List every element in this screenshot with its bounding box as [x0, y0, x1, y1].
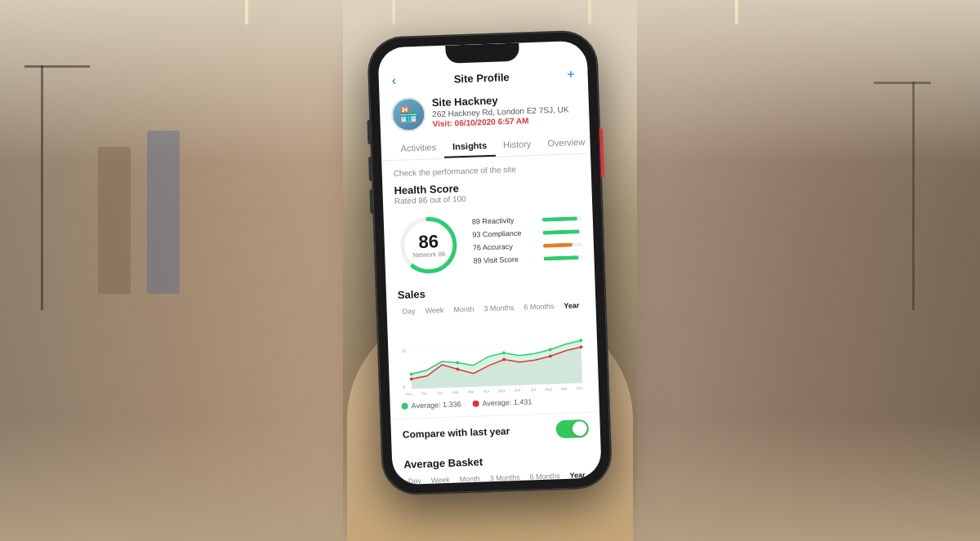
tab-overview[interactable]: Overview: [539, 131, 594, 154]
sales-chart: 1k 0: [399, 317, 587, 397]
add-button[interactable]: +: [567, 67, 575, 82]
time-tab-day[interactable]: Day: [398, 305, 419, 317]
svg-text:Sep: Sep: [560, 386, 568, 390]
svg-text:Aug: Aug: [545, 387, 552, 391]
site-details: Site Hackney 262 Hackney Rd, London E2 7…: [432, 91, 578, 128]
health-score-content: 86 Network 86 89 Reactivity: [394, 207, 583, 279]
time-tab-6months[interactable]: 6 Months: [519, 300, 558, 313]
legend-current-year: Average: 1.431: [472, 397, 532, 408]
avg-basket-tab-day[interactable]: Day: [404, 474, 425, 484]
legend-last-year: Average: 1.336: [402, 400, 461, 410]
tab-history[interactable]: History: [495, 133, 540, 156]
phone-screen: ‹ Site Profile + Site Hackney 262 Hackne…: [377, 40, 602, 485]
time-tab-year[interactable]: Year: [559, 299, 584, 312]
metric-compliance: 93 Compliance: [472, 227, 581, 239]
avg-basket-time-tabs: Day Week Month 3 Months 6 Months Year: [404, 468, 590, 484]
chart-legend: Average: 1.336 Average: 1.431: [402, 395, 588, 410]
tab-insights[interactable]: Insights: [444, 135, 496, 157]
phone-frame: ‹ Site Profile + Site Hackney 262 Hackne…: [368, 30, 612, 494]
metric-accuracy-label: 76 Accuracy: [473, 241, 538, 251]
svg-text:Jul: Jul: [531, 388, 536, 392]
chart-dot-ly-7: [502, 351, 506, 354]
metric-visit-score: 89 Visit Score: [473, 253, 582, 265]
phone-notch: [445, 42, 519, 63]
svg-text:Feb: Feb: [452, 390, 460, 394]
avg-basket-tab-6months[interactable]: 6 Months: [526, 469, 564, 482]
compare-toggle[interactable]: [555, 419, 589, 437]
metrics-list: 89 Reactivity 93 Compliance: [472, 214, 583, 270]
time-tab-week[interactable]: Week: [421, 304, 448, 316]
legend-current-year-label: Average: 1.431: [482, 397, 532, 407]
legend-last-year-label: Average: 1.336: [412, 400, 461, 410]
svg-text:Nov: Nov: [405, 392, 412, 396]
metric-visit-score-track: [543, 255, 582, 260]
gauge-text: 86 Network 86: [394, 211, 462, 279]
site-avatar: [391, 96, 426, 131]
sales-chart-svg: 1k 0: [399, 317, 587, 397]
compare-label: Compare with last year: [403, 425, 510, 441]
tab-activities[interactable]: Activities: [392, 136, 444, 159]
metric-reactivity-track: [542, 215, 581, 221]
avg-basket-tab-year[interactable]: Year: [566, 468, 590, 481]
avg-basket-tab-3months[interactable]: 3 Months: [486, 471, 524, 484]
svg-text:May: May: [498, 388, 506, 392]
visit-label: Visit:: [432, 118, 452, 128]
metric-reactivity-label: 89 Reactivity: [472, 215, 537, 225]
metric-reactivity-fill: [542, 215, 577, 220]
metric-compliance-fill: [542, 228, 579, 234]
metric-accuracy-track: [543, 242, 582, 247]
average-basket-section: Average Basket Day Week Month 3 Months 6…: [392, 443, 602, 485]
screen-content[interactable]: ‹ Site Profile + Site Hackney 262 Hackne…: [377, 40, 602, 485]
metric-compliance-label: 93 Compliance: [472, 228, 537, 238]
svg-text:1k: 1k: [401, 348, 406, 353]
legend-dot-red: [472, 400, 479, 406]
metric-accuracy: 76 Accuracy: [473, 240, 582, 252]
avg-basket-title: Average Basket: [403, 451, 590, 470]
chart-dot-ly-1: [410, 372, 413, 375]
scene: ‹ Site Profile + Site Hackney 262 Hackne…: [0, 0, 980, 541]
metric-reactivity: 89 Reactivity: [472, 214, 581, 226]
svg-text:Mar: Mar: [467, 389, 474, 393]
section-subtitle: Check the performance of the site: [394, 162, 580, 178]
legend-dot-green: [402, 402, 408, 409]
sales-block: Sales Day Week Month 3 Months 6 Months Y…: [398, 282, 588, 410]
time-tab-3months[interactable]: 3 Months: [479, 301, 518, 314]
time-tab-month[interactable]: Month: [449, 303, 478, 315]
avg-basket-tab-month[interactable]: Month: [456, 472, 484, 485]
site-info: Site Hackney 262 Hackney Rd, London E2 7…: [379, 86, 590, 139]
metric-accuracy-fill: [543, 242, 573, 246]
sales-title: Sales: [398, 282, 584, 301]
chart-dot-ly-10: [549, 348, 552, 351]
gauge-number: 86: [418, 232, 439, 251]
chart-dot-ly-12: [579, 339, 582, 342]
svg-text:Dec: Dec: [421, 391, 428, 395]
metric-compliance-track: [542, 228, 581, 234]
phone-wrapper: ‹ Site Profile + Site Hackney 262 Hackne…: [368, 30, 612, 494]
svg-text:Apr: Apr: [483, 389, 490, 393]
sales-time-tabs: Day Week Month 3 Months 6 Months Year: [398, 299, 584, 317]
metric-visit-score-label: 89 Visit Score: [473, 254, 538, 264]
chart-dot-ly-4: [456, 361, 459, 364]
gauge-network-label: Network 86: [412, 250, 446, 258]
svg-text:Oct: Oct: [577, 386, 583, 390]
avg-basket-tab-week[interactable]: Week: [427, 473, 454, 485]
gauge-circle: 86 Network 86: [394, 211, 462, 279]
insights-section: Check the performance of the site Health…: [381, 153, 599, 419]
metric-visit-score-fill: [543, 255, 578, 259]
svg-text:Jan: Jan: [437, 390, 443, 394]
page-title: Site Profile: [396, 69, 568, 86]
svg-text:Jun: Jun: [514, 388, 521, 392]
health-score-block: Health Score Rated 86 out of 100: [394, 178, 583, 279]
svg-text:0: 0: [403, 384, 406, 389]
